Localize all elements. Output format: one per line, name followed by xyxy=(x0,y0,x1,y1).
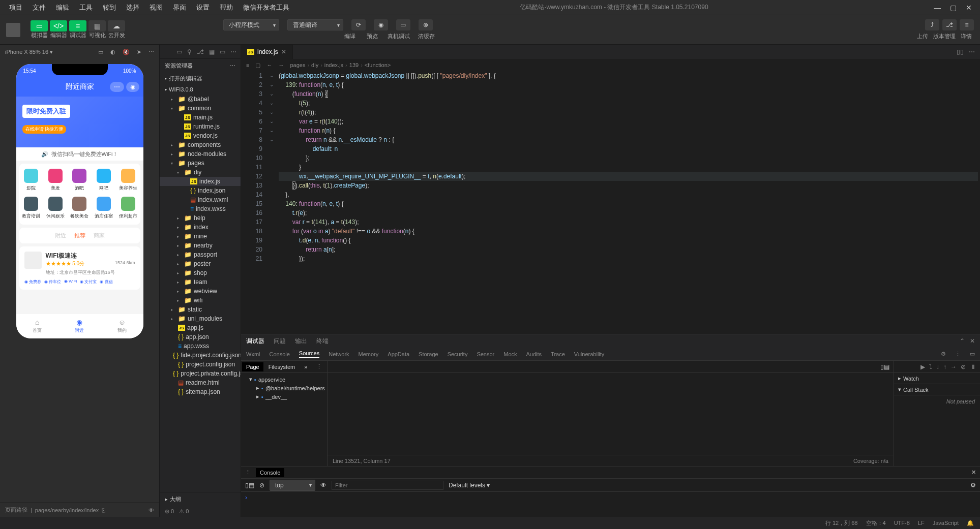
file-main.js[interactable]: JSmain.js xyxy=(160,113,241,122)
outline-section[interactable]: 大纲 xyxy=(170,495,181,503)
editor-more-icon[interactable]: ⋯ xyxy=(969,48,975,55)
explorer-toggle-icon[interactable]: ≡ xyxy=(246,62,249,68)
simulator-button[interactable]: ▭ xyxy=(31,20,48,32)
file-app.wxss[interactable]: ≡app.wxss xyxy=(160,341,241,351)
file-help[interactable]: ▸📁help xyxy=(160,213,241,223)
eol-info[interactable]: LF xyxy=(918,520,925,526)
editor-tab[interactable]: JS index.js ✕ xyxy=(241,45,293,59)
clear-cache-button[interactable]: ⊗ xyxy=(419,19,433,30)
menu-设置[interactable]: 设置 xyxy=(191,1,215,14)
language-info[interactable]: JavaScript xyxy=(933,520,959,526)
file-uni_modules[interactable]: ▸📁uni_modules xyxy=(160,314,241,323)
tabbar-首页[interactable]: ⌂首页 xyxy=(16,314,58,338)
devtools-tab-终端[interactable]: 终端 xyxy=(316,337,329,346)
callstack-section[interactable]: Call Stack xyxy=(903,387,929,393)
sources-menu-icon[interactable]: ⋮ xyxy=(312,362,326,371)
version-button[interactable]: ⎇ xyxy=(942,19,957,30)
menu-转到[interactable]: 转到 xyxy=(98,1,121,14)
devtools-subtab-Sensor[interactable]: Sensor xyxy=(477,351,494,357)
category-酒吧[interactable]: 酒吧 xyxy=(68,169,92,192)
category-教育培训[interactable]: 教育培训 xyxy=(19,197,44,220)
file-diy[interactable]: ▾📁diy xyxy=(160,168,241,177)
watch-section[interactable]: Watch xyxy=(903,376,919,382)
file-index.js[interactable]: JSindex.js xyxy=(160,177,241,186)
sim-rotate-icon[interactable]: ◐ xyxy=(110,49,115,55)
cloud-button[interactable]: ☁ xyxy=(108,20,125,32)
copy-path-icon[interactable]: ⎘ xyxy=(102,507,105,513)
sources-tabs-icon[interactable]: ▯▤ xyxy=(880,363,889,370)
console-settings-icon[interactable]: ⚙ xyxy=(970,482,976,489)
devtools-subtab-Network[interactable]: Network xyxy=(329,351,349,357)
file-passport[interactable]: ▸📁passport xyxy=(160,250,241,259)
devtools-subtab-Vulnerability[interactable]: Vulnerability xyxy=(574,351,605,357)
console-clear-icon[interactable]: ⊘ xyxy=(259,482,264,489)
project-section[interactable]: WIFI3.0.8 xyxy=(160,84,241,95)
encoding-info[interactable]: UTF-8 xyxy=(894,520,910,526)
breadcrumb-item[interactable]: diy xyxy=(311,62,318,68)
step-out-icon[interactable]: ↑ xyxy=(943,363,946,370)
menu-项目[interactable]: 项目 xyxy=(4,1,27,14)
file-mine[interactable]: ▸📁mine xyxy=(160,232,241,241)
devtools-subtab-Console[interactable]: Console xyxy=(270,351,290,357)
tab-close-icon[interactable]: ✕ xyxy=(281,48,286,55)
breadcrumb-item[interactable]: <function> xyxy=(365,62,391,68)
sources-__dev__[interactable]: ▸▪__dev__ xyxy=(243,392,325,401)
file-fide.project.config.json[interactable]: { }fide.project.config.json xyxy=(160,351,241,360)
console-sidebar-icon[interactable]: ▯▤ xyxy=(245,482,254,489)
compile-select[interactable]: 普通编译 xyxy=(287,19,343,30)
devtools-subtab-Storage[interactable]: Storage xyxy=(419,351,438,357)
explorer-more-icon[interactable]: ⋯ xyxy=(230,63,235,69)
file-pages[interactable]: ▾📁pages xyxy=(160,159,241,168)
devtools-subtab-AppData[interactable]: AppData xyxy=(388,351,409,357)
file-shop[interactable]: ▸📁shop xyxy=(160,268,241,277)
upload-button[interactable]: ⤴ xyxy=(925,19,939,30)
tabbar-附近[interactable]: ◉附近 xyxy=(58,314,101,338)
file-vendor.js[interactable]: JSvendor.js xyxy=(160,131,241,140)
step-over-icon[interactable]: ⤵ xyxy=(929,363,932,370)
eye-icon[interactable]: 👁 xyxy=(149,507,154,513)
sim-more-icon[interactable]: ⋯ xyxy=(149,49,154,55)
mode-select[interactable]: 小程序模式 xyxy=(223,19,279,30)
indent-info[interactable]: 空格：4 xyxy=(866,519,886,527)
file-index.wxml[interactable]: ▤index.wxml xyxy=(160,195,241,204)
file-index.json[interactable]: { }index.json xyxy=(160,186,241,195)
category-便利超市[interactable]: 便利超市 xyxy=(116,197,140,220)
file-nearby[interactable]: ▸📁nearby xyxy=(160,241,241,250)
explorer-icon-1[interactable]: ▭ xyxy=(176,48,182,55)
menu-工具[interactable]: 工具 xyxy=(74,1,98,14)
category-网吧[interactable]: 网吧 xyxy=(92,169,116,192)
console-levels-select[interactable]: Default levels ▾ xyxy=(449,482,490,489)
file-@babel[interactable]: ▸📁@babel xyxy=(160,95,241,104)
file-poster[interactable]: ▸📁poster xyxy=(160,259,241,268)
file-team[interactable]: ▸📁team xyxy=(160,277,241,287)
devtools-menu-icon[interactable]: ⋮ xyxy=(955,351,961,357)
devtools-close-icon[interactable]: ✕ xyxy=(970,337,975,345)
filter-tab-商家[interactable]: 商家 xyxy=(94,232,105,239)
filter-tab-附近[interactable]: 附近 xyxy=(55,232,66,239)
menu-微信开发者工具[interactable]: 微信开发者工具 xyxy=(238,1,294,14)
detail-button[interactable]: ≡ xyxy=(960,19,974,30)
tabbar-我的[interactable]: ☺我的 xyxy=(101,314,143,338)
console-eye-icon[interactable]: 👁 xyxy=(320,482,326,489)
devtools-subtab-Audits[interactable]: Audits xyxy=(526,351,542,357)
sources-filesystem-tab[interactable]: Filesystem xyxy=(264,362,300,371)
file-sitemap.json[interactable]: { }sitemap.json xyxy=(160,387,241,396)
device-select[interactable]: iPhone X 85% 16 ▾ xyxy=(5,49,53,55)
step-into-icon[interactable]: ↓ xyxy=(936,363,939,370)
cursor-pos[interactable]: 行 12，列 68 xyxy=(825,519,858,527)
warning-count[interactable]: ⚠ 0 xyxy=(179,508,189,515)
code-editor[interactable]: (global.webpackJsonp = global.webpackJso… xyxy=(277,71,980,334)
menu-选择[interactable]: 选择 xyxy=(121,1,144,14)
file-wifi[interactable]: ▸📁wifi xyxy=(160,296,241,305)
console-context-select[interactable]: top xyxy=(270,480,315,491)
devtools-collapse-icon[interactable]: ⌃ xyxy=(960,337,965,345)
devtools-tab-输出[interactable]: 输出 xyxy=(295,337,307,346)
close-button[interactable]: ✕ xyxy=(966,4,972,12)
file-index.wxss[interactable]: ≡index.wxss xyxy=(160,204,241,213)
sources-page-tab[interactable]: Page xyxy=(242,362,263,371)
editor-button[interactable]: </> xyxy=(50,20,67,32)
sources-@babel/runtime/helpers[interactable]: ▸▪@babel/runtime/helpers xyxy=(243,384,325,392)
maximize-button[interactable]: ▢ xyxy=(950,4,957,12)
console-filter-input[interactable] xyxy=(332,481,443,490)
explorer-icon-5[interactable]: ▭ xyxy=(220,48,225,55)
